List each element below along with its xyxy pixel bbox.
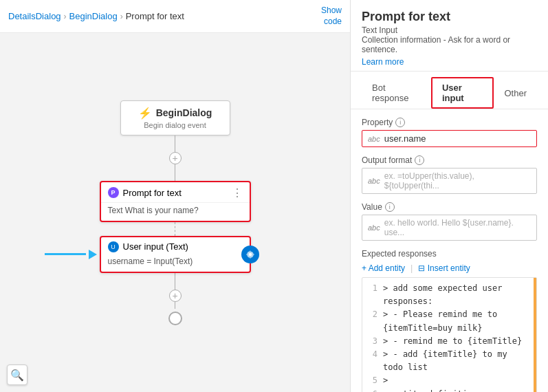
line-num-6: 6 <box>368 388 377 393</box>
user-input-label: User input (Text) <box>123 241 188 252</box>
connector-2 <box>175 164 175 181</box>
line-num-1: 1 <box>368 282 377 308</box>
canvas-area: ⚡ BeginDialog Begin dialog event + P Pro… <box>0 33 350 392</box>
dashed-connector <box>175 222 175 236</box>
begin-dialog-title: ⚡ BeginDialog <box>138 107 212 120</box>
begin-dialog-box: ⚡ BeginDialog Begin dialog event <box>120 100 230 135</box>
user-input-wrapper: U User input (Text) username = Input(Tex… <box>100 236 251 273</box>
connector-1 <box>175 135 175 152</box>
insert-entity-button[interactable]: ⊟ Insert entity <box>418 263 470 273</box>
value-placeholder: ex. hello world. Hello ${user.name}. use… <box>384 218 531 237</box>
user-input-box[interactable]: U User input (Text) username = Input(Tex… <box>100 236 251 273</box>
begin-dialog-subtitle: Begin dialog event <box>144 121 206 129</box>
output-format-field-group: Output format i abc ex. =toUpper(this.va… <box>362 155 537 194</box>
user-input-icon: U <box>108 241 119 252</box>
user-input-header: U User input (Text) <box>101 237 250 255</box>
begin-dialog-label: BeginDialog <box>156 107 212 118</box>
breadcrumb-current: Prompt for text <box>126 11 184 21</box>
breadcrumb-details-dialog[interactable]: DetailsDialog <box>8 11 61 21</box>
right-panel: Prompt for text Text Input Collection in… <box>351 0 548 392</box>
line-code-6: > entity definitions: <box>383 388 487 393</box>
right-header: Prompt for text Text Input Collection in… <box>351 0 548 72</box>
breadcrumb-sep-2: › <box>120 12 123 21</box>
tab-user-input[interactable]: User input <box>431 77 494 109</box>
right-sub-detail: Collection information - Ask for a word … <box>362 35 537 54</box>
prompt-box-label: Prompt for text <box>123 188 182 198</box>
line-num-3: 3 <box>368 335 377 348</box>
line-code-5: > <box>383 374 388 387</box>
prompt-box-title: P Prompt for text <box>108 187 182 198</box>
end-circle <box>168 312 182 325</box>
arrow-body <box>45 253 86 255</box>
line-num-5: 5 <box>368 374 377 387</box>
tab-other[interactable]: Other <box>494 83 537 103</box>
connector-3 <box>175 273 175 290</box>
property-info-icon[interactable]: i <box>395 118 405 127</box>
breadcrumb-begin-dialog[interactable]: BeginDialog <box>69 11 118 21</box>
code-line-4: 4 > - add {itemTitle} to my todo list <box>368 348 531 374</box>
dialog-flow: ⚡ BeginDialog Begin dialog event + P Pro… <box>100 100 251 325</box>
zoom-button[interactable]: 🔍 <box>7 364 28 385</box>
expected-responses: Expected responses + Add entity | ⊟ Inse… <box>362 249 537 392</box>
output-format-label: Output format i <box>362 155 537 165</box>
line-num-2: 2 <box>368 308 377 334</box>
output-format-placeholder: ex. =toUpper(this.value), ${toUpper(thi.… <box>384 171 531 190</box>
breadcrumb: DetailsDialog › BeginDialog › Prompt for… <box>8 11 184 21</box>
learn-more-link[interactable]: Learn more <box>362 57 404 67</box>
right-subtitle: Text Input <box>362 25 537 35</box>
code-line-5: 5 > <box>368 374 531 387</box>
value-label: Value i <box>362 202 537 212</box>
add-entity-button[interactable]: + Add entity <box>362 263 405 273</box>
prompt-box-header: P Prompt for text ⋮ <box>101 182 250 203</box>
line-code-3: > - remind me to {itemTitle} <box>383 335 522 348</box>
line-code-2: > - Please remind me to {itemTitle=buy m… <box>383 308 531 334</box>
property-value: user.name <box>384 133 426 144</box>
output-format-input[interactable]: abc ex. =toUpper(this.value), ${toUpper(… <box>362 168 537 194</box>
arrow-indicator <box>45 250 97 259</box>
lightning-icon: ⚡ <box>138 107 152 120</box>
show-code-button[interactable]: Showcode <box>321 6 342 27</box>
connector-4 <box>175 302 175 309</box>
settings-badge[interactable] <box>241 246 259 263</box>
er-toolbar: + Add entity | ⊟ Insert entity <box>362 263 537 273</box>
code-area[interactable]: 1 > add some expected user responses: 2 … <box>362 277 537 392</box>
value-field-group: Value i abc ex. hello world. Hello ${use… <box>362 202 537 241</box>
breadcrumb-bar: DetailsDialog › BeginDialog › Prompt for… <box>0 0 350 33</box>
property-label: Property i <box>362 118 537 127</box>
output-format-type-badge: abc <box>368 177 380 185</box>
property-field-group: Property i abc user.name <box>362 118 537 147</box>
prompt-icon: P <box>108 187 119 198</box>
code-line-2: 2 > - Please remind me to {itemTitle=buy… <box>368 308 531 334</box>
user-input-body: username = Input(Text) <box>101 255 250 272</box>
code-line-3: 3 > - remind me to {itemTitle} <box>368 335 531 348</box>
prompt-box-body: Text What is your name? <box>101 203 250 221</box>
breadcrumb-sep-1: › <box>64 12 67 21</box>
value-info-icon[interactable]: i <box>385 202 395 212</box>
property-type-badge: abc <box>368 135 380 143</box>
value-type-badge: abc <box>368 224 380 232</box>
line-code-1: > add some expected user responses: <box>383 282 531 308</box>
tabs-row: Bot response User input Other <box>351 72 548 109</box>
property-input[interactable]: abc user.name <box>362 130 537 147</box>
line-num-4: 4 <box>368 348 377 374</box>
orange-bar <box>534 278 536 392</box>
code-line-6: 6 > entity definitions: <box>368 388 531 393</box>
er-divider: | <box>410 263 413 273</box>
tab-bot-response[interactable]: Bot response <box>362 78 431 108</box>
prompt-menu-icon[interactable]: ⋮ <box>232 186 243 199</box>
plus-connector-1[interactable]: + <box>169 152 182 164</box>
value-input[interactable]: abc ex. hello world. Hello ${user.name}.… <box>362 215 537 241</box>
code-line-1: 1 > add some expected user responses: <box>368 282 531 308</box>
right-title: Prompt for text <box>362 10 537 24</box>
prompt-box[interactable]: P Prompt for text ⋮ Text What is your na… <box>100 181 251 222</box>
output-format-info-icon[interactable]: i <box>415 155 424 165</box>
left-panel: DetailsDialog › BeginDialog › Prompt for… <box>0 0 351 392</box>
right-content: Property i abc user.name Output format i… <box>351 109 548 392</box>
er-label: Expected responses <box>362 249 537 259</box>
plus-connector-2[interactable]: + <box>169 290 182 302</box>
line-code-4: > - add {itemTitle} to my todo list <box>383 348 531 374</box>
arrow-head <box>89 250 97 259</box>
